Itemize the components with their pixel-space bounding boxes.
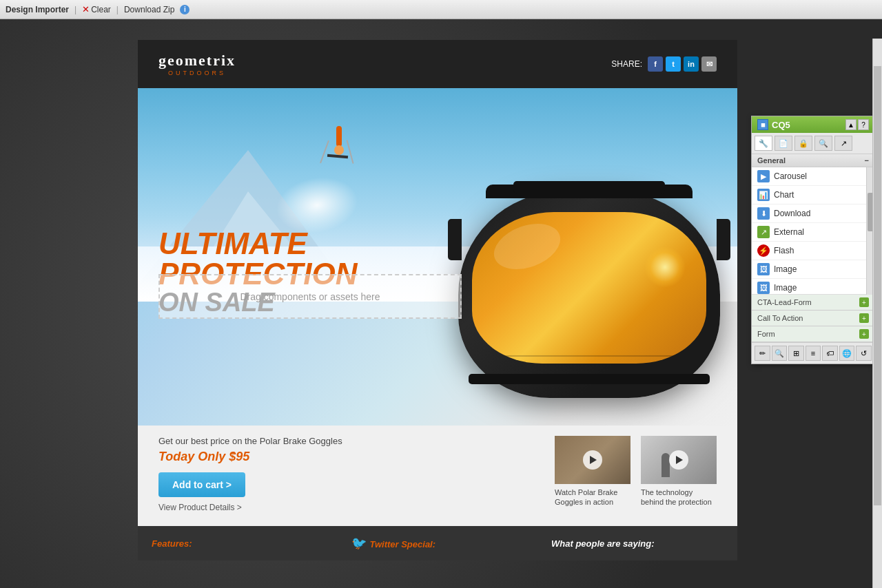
cq5-edit-button[interactable]: ✏ — [755, 346, 770, 361]
site-header: geometrix OUTDOORS SHARE: f t in ✉ — [138, 40, 737, 88]
logo-sub: OUTDOORS — [158, 70, 236, 76]
cq5-tabs: 🔧 📄 🔒 🔍 ↗ — [752, 133, 874, 154]
drop-zone[interactable]: Drag components or assets here — [158, 274, 462, 319]
website-frame: geometrix OUTDOORS SHARE: f t in ✉ — [138, 40, 737, 560]
share-label: SHARE: — [611, 59, 642, 69]
clear-button[interactable]: ✕ Clear — [82, 4, 111, 14]
footer-col-1: Features: — [138, 537, 338, 549]
footer-twitter-label: Twitter Special: — [369, 539, 435, 549]
skier-figure — [334, 126, 344, 155]
cq5-call-to-action[interactable]: Call To Action + — [752, 311, 874, 326]
cq5-search-button[interactable]: 🔍 — [772, 346, 788, 361]
twitter-icon: 🐦 — [351, 536, 367, 550]
cq5-layout-button[interactable]: ⊞ — [788, 346, 804, 361]
view-details-link[interactable]: View Product Details > — [158, 503, 541, 512]
product-price: Today Only $95 — [158, 450, 541, 464]
flash-icon: ⚡ — [757, 244, 770, 257]
facebook-button[interactable]: f — [648, 56, 663, 72]
cq5-general-collapse[interactable]: − — [865, 156, 869, 165]
email-button[interactable]: ✉ — [701, 56, 717, 72]
cq5-titlebar-buttons: ▲ ? — [845, 119, 869, 130]
logo-main: geometrix — [158, 52, 236, 70]
product-section: Get our best price on the Polar Brake Go… — [138, 426, 737, 526]
clear-icon: ✕ — [82, 4, 90, 14]
cq5-refresh-button[interactable]: ↺ — [856, 346, 872, 361]
twitter-button[interactable]: t — [666, 56, 681, 72]
play-icon-1 — [590, 456, 597, 464]
cq5-panel: ◼ CQ5 ▲ ? 🔧 📄 🔒 🔍 ↗ General − ▶ — [751, 116, 875, 364]
product-image — [441, 171, 737, 419]
browser-scrollbar[interactable] — [872, 39, 882, 588]
cq5-item-image2[interactable]: 🖼 Image — [752, 279, 874, 295]
cq5-list-button[interactable]: ≡ — [806, 346, 821, 361]
cq5-item-carousel[interactable]: ▶ Carousel — [752, 167, 874, 186]
cq5-title: ◼ CQ5 — [757, 119, 790, 130]
cq5-form-label: Form — [757, 330, 775, 338]
toolbar-separator2: | — [116, 5, 119, 14]
footer-saying-label: What people are saying: — [551, 538, 655, 549]
play-button-1[interactable] — [583, 450, 602, 470]
cq5-item-flash[interactable]: ⚡ Flash — [752, 242, 874, 260]
cq5-titlebar: ◼ CQ5 ▲ ? — [752, 116, 874, 133]
video-thumbnail-1[interactable] — [555, 436, 630, 484]
toolbar-separator: | — [74, 5, 76, 14]
video-thumbnail-2[interactable] — [641, 436, 717, 484]
cq5-form[interactable]: Form + — [752, 326, 874, 342]
cq5-tab-page[interactable]: 🔒 — [794, 136, 812, 151]
main-area: geometrix OUTDOORS SHARE: f t in ✉ — [0, 19, 882, 588]
linkedin-button[interactable]: in — [684, 56, 699, 72]
cq5-item-image2-label: Image — [774, 283, 797, 293]
cq5-tag-button[interactable]: 🏷 — [822, 346, 838, 361]
video-caption-1: Watch Polar Brake Goggles in action — [555, 487, 630, 507]
add-to-cart-button[interactable]: Add to cart > — [158, 472, 245, 497]
cq5-item-image1[interactable]: 🖼 Image — [752, 260, 874, 279]
footer-col-3: What people are saying: — [537, 537, 737, 549]
cq5-item-download[interactable]: ⬇ Download — [752, 204, 874, 223]
cq5-tab-asset[interactable]: 📄 — [775, 136, 792, 151]
play-icon-2 — [676, 456, 683, 464]
carousel-icon: ▶ — [757, 170, 770, 182]
image2-icon: 🖼 — [757, 282, 770, 294]
play-button-2[interactable] — [669, 450, 688, 470]
cq5-tab-share[interactable]: ↗ — [834, 136, 852, 151]
cq5-general-header: General − — [752, 154, 874, 167]
drop-zone-text: Drag components or assets here — [240, 291, 380, 302]
hero-title1: ULTIMATE — [158, 229, 357, 259]
cq5-item-external[interactable]: ↗ External — [752, 223, 874, 242]
download-zip-button[interactable]: Download Zip — [124, 5, 174, 14]
external-icon: ↗ — [757, 226, 770, 238]
video-item-1: Watch Polar Brake Goggles in action — [555, 436, 630, 507]
cq5-minimize-button[interactable]: ▲ — [845, 119, 857, 130]
cq5-call-to-action-label: Call To Action — [757, 314, 803, 322]
cq5-item-carousel-label: Carousel — [774, 171, 807, 181]
browser-scrollbar-thumb — [874, 66, 881, 505]
cq5-cta-lead-form-expand[interactable]: + — [859, 297, 869, 307]
product-left: Get our best price on the Polar Brake Go… — [158, 436, 541, 512]
toolbar: Design Importer | ✕ Clear | Download Zip… — [0, 0, 882, 19]
cq5-tab-component[interactable]: 🔧 — [755, 136, 772, 151]
cq5-globe-button[interactable]: 🌐 — [839, 346, 855, 361]
cq5-cta-lead-form-label: CTA-Lead-Form — [757, 298, 812, 306]
social-icons: f t in ✉ — [648, 56, 717, 72]
image1-icon: 🖼 — [757, 263, 770, 275]
footer-col-2: 🐦 Twitter Special: — [338, 536, 537, 551]
chart-icon: 📊 — [757, 189, 770, 201]
cq5-item-chart[interactable]: 📊 Chart — [752, 186, 874, 204]
cq5-form-expand[interactable]: + — [859, 329, 869, 339]
cq5-component-list-container: ▶ Carousel 📊 Chart ⬇ Download ↗ External… — [752, 167, 874, 295]
cq5-item-flash-label: Flash — [774, 246, 794, 255]
cq5-bottom-toolbar: ✏ 🔍 ⊞ ≡ 🏷 🌐 ↺ — [752, 342, 874, 364]
download-icon: ⬇ — [757, 207, 770, 220]
header-right: SHARE: f t in ✉ — [611, 56, 717, 72]
cq5-cube-icon: ◼ — [757, 119, 768, 130]
info-icon[interactable]: i — [180, 5, 189, 14]
cq5-call-to-action-expand[interactable]: + — [859, 313, 869, 323]
cq5-component-list: ▶ Carousel 📊 Chart ⬇ Download ↗ External… — [752, 167, 874, 295]
cq5-item-chart-label: Chart — [774, 190, 794, 200]
cq5-item-download-label: Download — [774, 209, 810, 218]
video-item-2: The technology behind the protection — [641, 436, 717, 507]
app-name: Design Importer — [6, 5, 69, 14]
cq5-cta-lead-form[interactable]: CTA-Lead-Form + — [752, 295, 874, 311]
cq5-tab-search[interactable]: 🔍 — [814, 136, 832, 151]
cq5-help-button[interactable]: ? — [858, 119, 869, 130]
